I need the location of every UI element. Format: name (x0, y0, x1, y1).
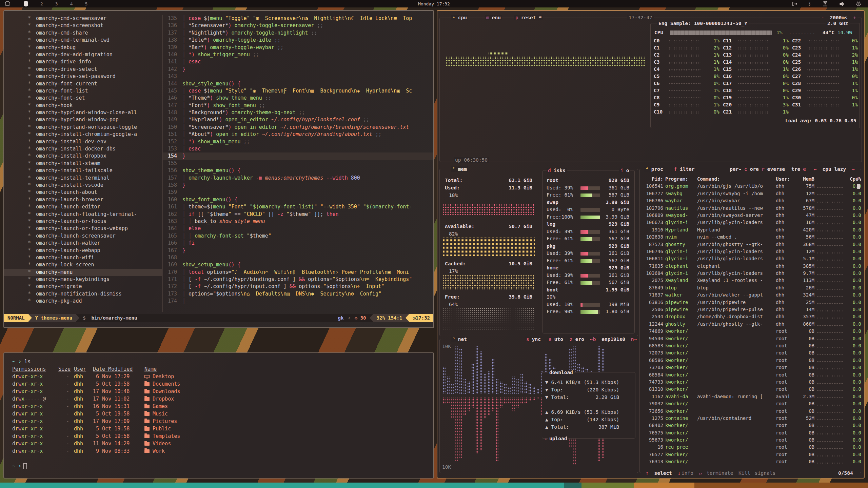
tree-item[interactable]: *omarchy-migrate (4, 283, 162, 290)
tree-item[interactable]: *omarchy-dev-add-migration (4, 51, 162, 58)
process-row[interactable]: 71837walker/usr/bin/walker --gappldhh324… (643, 291, 859, 299)
file-name-cell[interactable]: Public (144, 425, 433, 432)
file-name-cell[interactable]: Videos (144, 440, 433, 447)
net-auto-button[interactable]: auto (547, 337, 565, 342)
file-name-cell[interactable]: Pictures (144, 418, 433, 425)
text-cursor[interactable] (23, 463, 27, 469)
tab-io[interactable]: io (619, 168, 630, 174)
process-row[interactable]: 106541org.gnom/usr/bin/gjs /usr/lib/odhh… (643, 183, 859, 190)
process-row[interactable]: 76313kworker/root0B0.0 (643, 458, 859, 465)
tree-item[interactable]: *omarchy-launch-or-focus (4, 218, 162, 225)
process-row[interactable]: 106673glycin-i/usr/lib/glycin-loadersdhh… (643, 219, 859, 226)
tree-item[interactable]: *omarchy-notification-dismiss (4, 290, 162, 298)
process-row[interactable]: 1916HyprlandHyprlanddhh420M0.0 (643, 226, 859, 233)
process-row[interactable]: 79032kworker/root0B0.0 (643, 400, 859, 407)
tree-item[interactable]: *omarchy-lock-screen (4, 261, 162, 268)
process-row[interactable]: 2075XwaylandXwayland :1 -rootless -dhh11… (643, 277, 859, 284)
process-row[interactable]: 81310kworker/root0B0.0 (643, 386, 859, 393)
proc-select-control[interactable]: ↑ select ↓ (644, 470, 682, 476)
tree-item[interactable]: *omarchy-install-docker-dbs (4, 145, 162, 152)
tree-item[interactable]: *omarchy-drive-set-password (4, 73, 162, 80)
tree-item[interactable]: *omarchy-font-current (4, 80, 162, 87)
process-row[interactable]: 2506pipewire/usr/bin/pipewire-pulsedhh14… (643, 306, 859, 313)
process-row[interactable]: 73656kworker/root0B0.0 (643, 408, 859, 415)
tree-item[interactable]: *omarchy-cmd-screenshot (4, 22, 162, 29)
process-row[interactable]: 72073kworker/root0B0.0 (643, 349, 859, 357)
proc-signals-button[interactable]: signals (753, 470, 777, 476)
tree-item[interactable]: *omarchy-install-dropbox (4, 152, 162, 160)
tree-item[interactable]: *omarchy-hyprland-window-close-all (4, 109, 162, 116)
tree-item[interactable]: *omarchy-hook (4, 102, 162, 109)
tree-item[interactable]: *omarchy-pkg-add (4, 298, 162, 305)
tree-item[interactable]: *omarchy-launch-walker (4, 240, 162, 247)
process-row[interactable]: 68583kworker/root0B0.0 (643, 342, 859, 349)
proc-filter-button[interactable]: filter (673, 166, 696, 172)
tree-item[interactable]: *omarchy-drive-select (4, 66, 162, 73)
header-user[interactable]: User: (776, 176, 795, 183)
process-row[interactable]: 71835elephantelephantdhh385M0.0 (643, 263, 859, 270)
header-program[interactable]: Program: (665, 176, 695, 183)
file-name-cell[interactable]: Downloads (144, 388, 433, 395)
process-row[interactable]: 76575kworker/root0B0.0 (643, 429, 859, 436)
tree-item[interactable]: *omarchy-install-tailscale (4, 167, 162, 174)
tree-item[interactable]: *omarchy-cmd-share (4, 29, 162, 37)
process-row[interactable]: 106809swayosd-/usr/bin/swayosd-serverdhh… (643, 212, 859, 219)
tree-item[interactable]: *omarchy-launch-webapp (4, 247, 162, 254)
net-zero-button[interactable]: zero (568, 337, 586, 342)
tree-item[interactable]: *omarchy-install-dev-env (4, 138, 162, 145)
tab-proc[interactable]: ⁴proc (644, 166, 665, 172)
process-row[interactable]: 102638nvimnvim --embed .dhh56M0.0 (643, 233, 859, 241)
process-row[interactable]: 68586kworker/root0B0.0 (643, 357, 859, 364)
file-name-cell[interactable]: Games (144, 403, 433, 410)
process-row[interactable]: 2544dropbox/home/dhh/.dropbox-distdhh357… (643, 313, 859, 320)
file-name-cell[interactable]: Documents (144, 380, 433, 388)
tree-item[interactable]: *omarchy-cmd-terminal-cwd (4, 37, 162, 44)
process-row[interactable]: 1162avahi-daavahi-daemon: running [avahi… (643, 393, 859, 400)
file-name-cell[interactable]: Dropbox (144, 395, 433, 403)
process-row[interactable]: 16rcu_preeroot0B0.0 (643, 444, 859, 451)
proc-reverse-toggle[interactable]: reverse (760, 166, 786, 172)
tree-item[interactable]: *omarchy-install-chromium-google-a (4, 131, 162, 138)
header-pid[interactable]: Pid: (643, 176, 663, 183)
process-row[interactable]: 106786waybar/usr/bin/waybardhh67M0.0 (643, 197, 859, 204)
process-row[interactable]: 68402kworker/root0B0.0 (643, 422, 859, 429)
tree-item[interactable]: *omarchy-menu-keybindings (4, 276, 162, 283)
process-row[interactable]: 106777swaybg/usr/bin/swaybg -i /homdhh12… (643, 190, 859, 197)
proc-info-button[interactable]: info ↵ (680, 470, 703, 476)
net-interface-switcher[interactable]: ←b enp191s0 n→ (589, 337, 638, 342)
process-row[interactable]: 102796nautilus/usr/bin/nautilus --newdhh… (643, 205, 859, 212)
file-name-cell[interactable]: Work (144, 447, 433, 455)
process-row[interactable]: 74869kworker/root0B0.0 (643, 328, 859, 335)
process-row[interactable]: 68584kworker/root0B0.0 (643, 371, 859, 379)
tree-item[interactable]: *omarchy-font-set (4, 95, 162, 102)
proc-scrollbar[interactable] (857, 184, 860, 189)
process-row[interactable]: 87649btopbtopdhh26M0.0 (643, 284, 859, 291)
tree-item[interactable]: *omarchy-launch-floating-terminal- (4, 211, 162, 218)
tab-mem[interactable]: ²mem (451, 166, 468, 172)
tree-item[interactable]: *omarchy-hyprland-workspace-toggle (4, 124, 162, 131)
proc-kill-button[interactable]: Kill (737, 470, 752, 476)
tree-item[interactable]: *omarchy-hyprland-window-pop (4, 116, 162, 123)
preset-button[interactable]: preset * (514, 15, 543, 21)
process-row[interactable]: 63816pipewire/usr/bin/pipewiredhh25M0.0 (643, 299, 859, 306)
process-row[interactable]: 106811glycin-i/usr/lib/glycin-loadersdhh… (643, 255, 859, 262)
proc-terminate-button[interactable]: terminate (705, 470, 735, 476)
header-command[interactable]: Command: (697, 176, 774, 183)
tree-item[interactable]: *omarchy-drive-info (4, 58, 162, 65)
process-row[interactable]: 94540kworker/root0B0.0 (643, 335, 859, 342)
tree-item[interactable]: *omarchy-cmd-screensaver (4, 15, 162, 22)
tree-item[interactable]: *omarchy-launch-browser (4, 196, 162, 203)
tree-item[interactable]: *omarchy-launch-editor (4, 203, 162, 210)
file-name-cell[interactable]: Desktop (144, 373, 433, 380)
proc-tree-toggle[interactable]: tree (790, 166, 807, 172)
tree-item[interactable]: *omarchy-launch-screensaver (4, 232, 162, 240)
tab-disks[interactable]: disks (547, 168, 567, 174)
proc-percore-toggle[interactable]: per-core (728, 166, 760, 172)
tree-item[interactable]: *omarchy-install-vscode (4, 182, 162, 189)
process-row[interactable]: 1275containe/usr/bin/containerdroot52M0.… (643, 415, 859, 422)
tree-item[interactable]: *omarchy-font-list (4, 87, 162, 95)
header-mem[interactable]: MemB (797, 176, 814, 183)
tree-item[interactable]: *omarchy-install-terminal (4, 175, 162, 182)
tree-item[interactable]: *omarchy-launch-or-focus-webapp (4, 225, 162, 232)
process-row[interactable]: 95673kworker/root0B0.0 (643, 436, 859, 444)
